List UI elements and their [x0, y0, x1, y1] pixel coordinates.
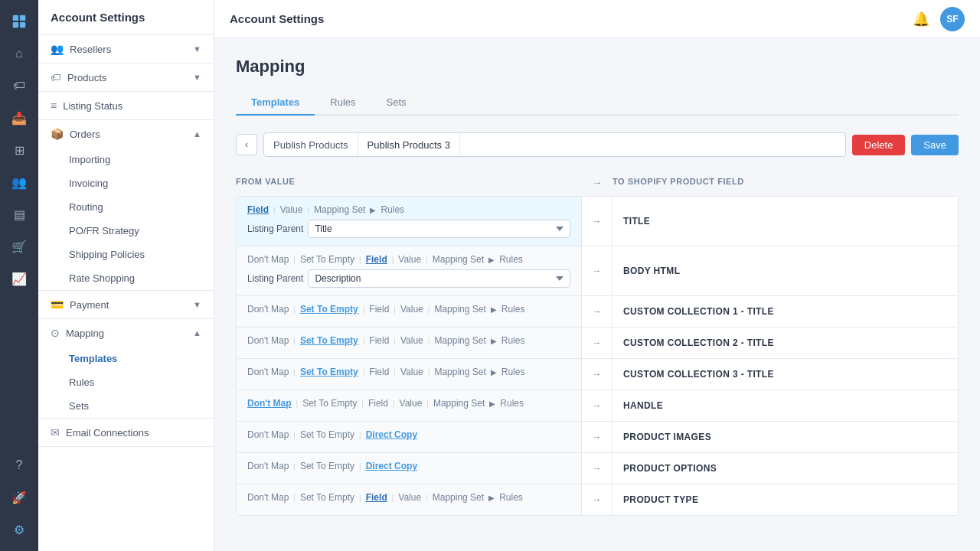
payment-icon: 💳: [51, 298, 64, 311]
home-nav-icon[interactable]: ⌂: [5, 40, 33, 67]
nav-item-importing[interactable]: Importing: [38, 148, 214, 171]
field-opt-rules-cc2[interactable]: Rules: [501, 335, 525, 346]
field-opt-mapping-set-body-html[interactable]: Mapping Set: [433, 254, 484, 265]
field-opt-field-body-html[interactable]: Field: [366, 254, 387, 265]
mapping-chevron: ▲: [193, 328, 201, 337]
field-opt-value-title[interactable]: Value: [280, 204, 303, 215]
field-opt-dont-map-body-html[interactable]: Don't Map: [247, 254, 289, 265]
field-opt-field-cc2[interactable]: Field: [369, 335, 389, 346]
field-opt-direct-copy-product-options[interactable]: Direct Copy: [366, 461, 417, 471]
cart-nav-icon[interactable]: 🛒: [5, 233, 33, 260]
mapping-right-cc2: CUSTOM COLLECTION 2 - TITLE: [612, 328, 958, 358]
field-opt-value-cc1[interactable]: Value: [400, 304, 423, 315]
field-opt-dont-map-cc2[interactable]: Don't Map: [247, 335, 289, 346]
field-opt-field-handle[interactable]: Field: [368, 398, 388, 409]
field-opt-field-cc1[interactable]: Field: [369, 304, 389, 315]
users-nav-icon[interactable]: 👥: [5, 168, 33, 196]
field-select-body-html[interactable]: Description: [308, 269, 570, 288]
help-nav-icon[interactable]: ?: [5, 452, 33, 479]
nav-section-resellers-header[interactable]: 👥 Resellers ▼: [38, 35, 214, 63]
nav-section-orders-header[interactable]: 📦 Orders ▲: [38, 120, 214, 148]
inbox-nav-icon[interactable]: 📥: [5, 104, 33, 132]
grid-nav-icon[interactable]: ⊞: [5, 136, 33, 164]
field-opt-dont-map-cc1[interactable]: Don't Map: [247, 304, 289, 315]
field-opt-set-to-empty-cc1[interactable]: Set To Empty: [300, 304, 358, 315]
field-opt-set-to-empty-handle[interactable]: Set To Empty: [302, 398, 357, 409]
field-opt-mapping-set-product-type[interactable]: Mapping Set: [433, 492, 484, 503]
avatar[interactable]: SF: [940, 7, 965, 31]
nav-section-payment-header[interactable]: 💳 Payment ▼: [38, 291, 214, 318]
mapping-left-product-images: Don't Map | Set To Empty | Direct Copy: [237, 422, 582, 452]
field-opt-set-to-empty-cc2[interactable]: Set To Empty: [300, 335, 358, 346]
nav-section-email-connections-header[interactable]: ✉ Email Connections: [38, 419, 214, 446]
field-select-title[interactable]: Title: [308, 220, 570, 238]
field-opt-dont-map-cc3[interactable]: Don't Map: [247, 367, 289, 377]
nav-item-templates[interactable]: Templates: [38, 347, 214, 370]
field-opt-dont-map-product-options[interactable]: Don't Map: [247, 461, 289, 471]
field-opt-set-to-empty-product-options[interactable]: Set To Empty: [300, 461, 354, 471]
mapping-right-product-options: PRODUCT OPTIONS: [612, 453, 958, 484]
nav-item-po-fr-strategy[interactable]: PO/FR Strategy: [38, 219, 214, 243]
main-content: Account Settings 🔔 SF Mapping Templates …: [214, 0, 980, 551]
delete-button[interactable]: Delete: [852, 135, 906, 155]
nav-item-invoicing[interactable]: Invoicing: [38, 171, 214, 195]
field-opt-set-to-empty-body-html[interactable]: Set To Empty: [300, 254, 354, 265]
table-row: Don't Map | Set To Empty | Field | Value…: [237, 390, 958, 422]
top-bar-right: 🔔 SF: [913, 7, 965, 31]
field-opt-mapping-set-title[interactable]: Mapping Set: [314, 204, 365, 215]
field-opt-value-handle[interactable]: Value: [400, 398, 423, 409]
field-opt-direct-copy-product-images[interactable]: Direct Copy: [366, 429, 417, 440]
field-opt-dont-map-product-images[interactable]: Don't Map: [247, 429, 289, 440]
field-opt-rules-cc1[interactable]: Rules: [501, 304, 525, 315]
field-opt-set-to-empty-product-images[interactable]: Set To Empty: [300, 429, 354, 440]
nav-item-sets[interactable]: Sets: [38, 394, 214, 418]
chart-nav-icon[interactable]: 📈: [5, 265, 33, 292]
table-nav-icon[interactable]: ▤: [5, 201, 33, 228]
tag-nav-icon[interactable]: 🏷: [5, 72, 33, 99]
field-opt-value-cc3[interactable]: Value: [400, 367, 423, 377]
back-button[interactable]: ‹: [236, 134, 257, 155]
field-opt-dont-map-product-type[interactable]: Don't Map: [247, 492, 289, 503]
nav-item-rate-shopping[interactable]: Rate Shopping: [38, 266, 214, 290]
field-opt-rules-product-type[interactable]: Rules: [499, 492, 523, 503]
icon-sidebar: ⌂ 🏷 📥 ⊞ 👥 ▤ 🛒 📈 ? 🚀 ⚙: [0, 0, 38, 551]
field-opt-rules-title[interactable]: Rules: [381, 204, 404, 215]
field-options-cc2: Don't Map | Set To Empty | Field | Value…: [247, 335, 570, 346]
nav-item-rules[interactable]: Rules: [38, 370, 214, 394]
field-opt-set-to-empty-cc3[interactable]: Set To Empty: [300, 367, 358, 377]
field-opt-field-title[interactable]: Field: [247, 204, 269, 215]
nav-item-routing[interactable]: Routing: [38, 195, 214, 219]
rocket-nav-icon[interactable]: 🚀: [5, 484, 33, 511]
field-opt-value-cc2[interactable]: Value: [400, 335, 423, 346]
field-opt-field-product-type[interactable]: Field: [366, 492, 387, 503]
page-body: Mapping Templates Rules Sets ‹ Publish P…: [214, 38, 980, 551]
field-opt-mapping-set-cc2[interactable]: Mapping Set: [434, 335, 485, 346]
resellers-icon: 👥: [51, 43, 64, 55]
nav-item-shipping-policies[interactable]: Shipping Policies: [38, 243, 214, 266]
field-opt-rules-cc3[interactable]: Rules: [501, 367, 525, 377]
tab-templates[interactable]: Templates: [236, 90, 315, 116]
tab-rules[interactable]: Rules: [315, 90, 371, 116]
nav-section-mapping-header[interactable]: ⊙ Mapping ▲: [38, 319, 214, 347]
field-opt-rules-body-html[interactable]: Rules: [499, 254, 523, 265]
nav-section-listing-status-header[interactable]: ≡ Listing Status: [38, 92, 214, 119]
field-opt-mapping-set-cc3[interactable]: Mapping Set: [434, 367, 485, 377]
breadcrumb-item-publish-products[interactable]: Publish Products: [264, 133, 358, 156]
field-opt-dont-map-handle[interactable]: Don't Map: [247, 398, 292, 409]
field-opt-rules-handle[interactable]: Rules: [500, 398, 524, 409]
payment-chevron: ▼: [193, 300, 201, 309]
notification-icon[interactable]: 🔔: [913, 11, 929, 28]
field-opt-mapping-set-cc1[interactable]: Mapping Set: [434, 304, 485, 315]
field-opt-mapping-set-handle[interactable]: Mapping Set: [433, 398, 485, 409]
nav-section-products-header[interactable]: 🏷 Products ▼: [38, 64, 214, 91]
mapping-left-product-type: Don't Map | Set To Empty | Field | Value…: [237, 484, 582, 515]
nav-section-mapping: ⊙ Mapping ▲ Templates Rules Sets: [38, 319, 214, 419]
tab-sets[interactable]: Sets: [371, 90, 422, 116]
field-opt-set-to-empty-product-type[interactable]: Set To Empty: [300, 492, 354, 503]
field-opt-value-body-html[interactable]: Value: [398, 254, 421, 265]
save-button[interactable]: Save: [911, 135, 959, 155]
field-opt-value-product-type[interactable]: Value: [398, 492, 421, 503]
field-opt-field-cc3[interactable]: Field: [369, 367, 389, 377]
settings-nav-icon[interactable]: ⚙: [5, 516, 33, 543]
breadcrumb-item-publish-products-3[interactable]: Publish Products 3: [358, 133, 460, 156]
